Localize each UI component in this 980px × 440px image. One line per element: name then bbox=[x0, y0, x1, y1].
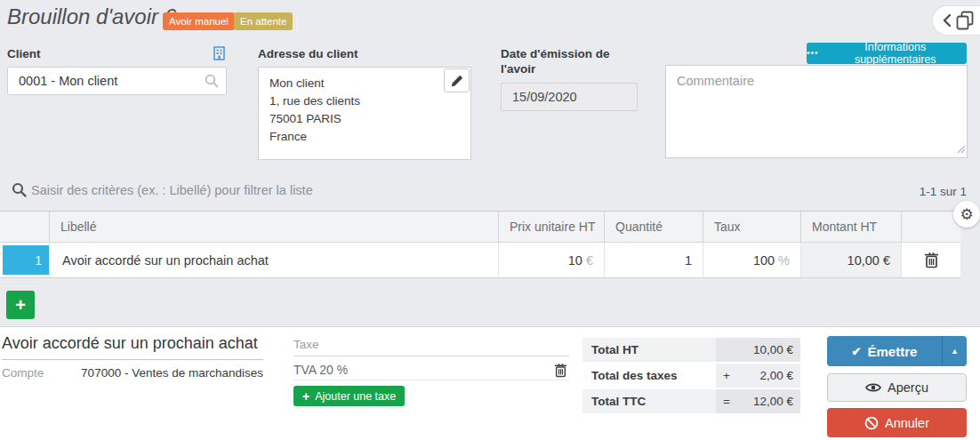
total-value: 2,00 € bbox=[759, 369, 793, 382]
tax-row: TVA 20 % bbox=[293, 360, 569, 380]
amount-cell: 10,00 € bbox=[800, 243, 901, 277]
emit-dropdown-toggle[interactable]: ▲ bbox=[942, 336, 967, 366]
preview-button[interactable]: Aperçu bbox=[827, 373, 967, 402]
account-label: Compte bbox=[2, 366, 44, 380]
search-icon bbox=[12, 182, 27, 200]
libelle-cell[interactable]: Avoir accordé sur un prochain achat bbox=[49, 243, 498, 277]
col-header-actions bbox=[901, 212, 960, 242]
chevron-left-icon bbox=[943, 14, 951, 27]
account-row: Compte 707000 - Ventes de marchandises bbox=[2, 366, 263, 380]
table-settings-button[interactable]: ⚙ bbox=[953, 201, 980, 228]
total-operator: + bbox=[723, 369, 730, 382]
edit-address-button[interactable] bbox=[444, 68, 470, 92]
pencil-icon bbox=[451, 75, 463, 87]
delete-line-cell bbox=[901, 243, 960, 277]
delete-line-button[interactable] bbox=[922, 250, 941, 270]
address-line: 75001 PARIS bbox=[269, 110, 460, 128]
total-value: 12,00 € bbox=[753, 395, 793, 408]
manual-credit-badge: Avoir manuel bbox=[163, 12, 235, 30]
pagination-info: 1-1 sur 1 bbox=[920, 185, 967, 198]
address-line: 1, rue des clients bbox=[269, 92, 460, 110]
caret-up-icon: ▲ bbox=[951, 347, 959, 356]
credit-lines-table: Libellé Prix unitaire HT Quantité Taux M… bbox=[0, 211, 960, 278]
tax-label: Taxe bbox=[293, 338, 569, 356]
trash-icon bbox=[554, 367, 567, 380]
address-line: Mon client bbox=[269, 75, 460, 92]
line-detail-title: Avoir accordé sur un prochain achat bbox=[2, 334, 263, 360]
col-header-quantity: Quantité bbox=[604, 212, 703, 242]
unit-price-cell[interactable]: 10€ bbox=[498, 243, 604, 277]
building-icon[interactable] bbox=[211, 44, 228, 62]
quantity-cell[interactable]: 1 bbox=[604, 243, 703, 277]
total-operator: = bbox=[723, 395, 730, 408]
address-label: Adresse du client bbox=[258, 46, 358, 61]
additional-info-button[interactable]: ••• Informations supplémentaires bbox=[807, 43, 967, 64]
delete-tax-button[interactable] bbox=[552, 361, 569, 380]
lines-filter-field[interactable]: Saisir des critères (ex. : Libellé) pour… bbox=[0, 177, 980, 205]
table-row: 1 Avoir accordé sur un prochain achat 10… bbox=[0, 243, 960, 278]
total-taxes-row: Total des taxes + 2,00 € bbox=[582, 364, 800, 388]
col-header-amount: Montant HT bbox=[800, 212, 901, 242]
client-field-wrap bbox=[7, 67, 227, 95]
emit-split-button: ✔ Émettre ▲ bbox=[827, 336, 967, 366]
comment-textarea[interactable] bbox=[665, 65, 968, 158]
client-input[interactable] bbox=[7, 67, 227, 95]
cancel-button[interactable]: Annuler bbox=[827, 408, 967, 437]
line-detail-panel: Avoir accordé sur un prochain achat Comp… bbox=[0, 326, 980, 440]
side-panel-toggle[interactable] bbox=[932, 5, 980, 36]
filter-placeholder: Saisir des critères (ex. : Libellé) pour… bbox=[31, 183, 313, 197]
search-icon bbox=[205, 74, 219, 91]
trash-icon bbox=[924, 258, 939, 271]
add-tax-button[interactable]: + Ajouter une taxe bbox=[293, 386, 405, 406]
client-address-box: Mon client 1, rue des clients 75001 PARI… bbox=[258, 67, 471, 160]
copy-icon bbox=[956, 11, 974, 30]
add-line-button[interactable]: + bbox=[6, 291, 35, 319]
gear-icon: ⚙ bbox=[960, 205, 973, 224]
page-title: Brouillon d'avoir 6 bbox=[7, 4, 176, 29]
ellipsis-icon: ••• bbox=[807, 48, 819, 58]
col-header-rate: Taux bbox=[703, 212, 800, 242]
col-header-libelle: Libellé bbox=[49, 212, 498, 242]
row-number-header bbox=[0, 212, 49, 242]
table-header-row: Libellé Prix unitaire HT Quantité Taux M… bbox=[0, 211, 960, 243]
address-line: France bbox=[269, 128, 460, 146]
ban-icon bbox=[864, 416, 879, 430]
credit-note-draft-page: Brouillon d'avoir 6 Avoir manuel En atte… bbox=[0, 0, 980, 440]
account-value: 707000 - Ventes de marchandises bbox=[81, 366, 263, 380]
issue-date-input[interactable] bbox=[501, 83, 638, 111]
comment-wrap bbox=[665, 65, 968, 158]
action-buttons: ✔ Émettre ▲ Aperçu Annuler bbox=[827, 336, 967, 437]
col-header-unit-price: Prix unitaire HT bbox=[498, 212, 604, 242]
total-value: 10,00 € bbox=[753, 343, 793, 356]
client-label: Client bbox=[7, 46, 41, 61]
eye-icon bbox=[865, 382, 881, 393]
emit-button[interactable]: ✔ Émettre bbox=[827, 336, 942, 366]
check-icon: ✔ bbox=[852, 345, 862, 358]
status-badge: En attente bbox=[234, 12, 293, 30]
issue-date-label: Date d'émission de l'avoir bbox=[501, 46, 625, 76]
totals-table: Total HT 10,00 € Total des taxes + 2,00 … bbox=[582, 338, 800, 415]
row-number-cell[interactable]: 1 bbox=[0, 243, 49, 277]
total-ht-row: Total HT 10,00 € bbox=[582, 338, 800, 362]
rate-cell[interactable]: 100% bbox=[703, 243, 800, 277]
total-ttc-row: Total TTC = 12,00 € bbox=[582, 389, 800, 413]
tax-value[interactable]: TVA 20 % bbox=[293, 363, 348, 377]
